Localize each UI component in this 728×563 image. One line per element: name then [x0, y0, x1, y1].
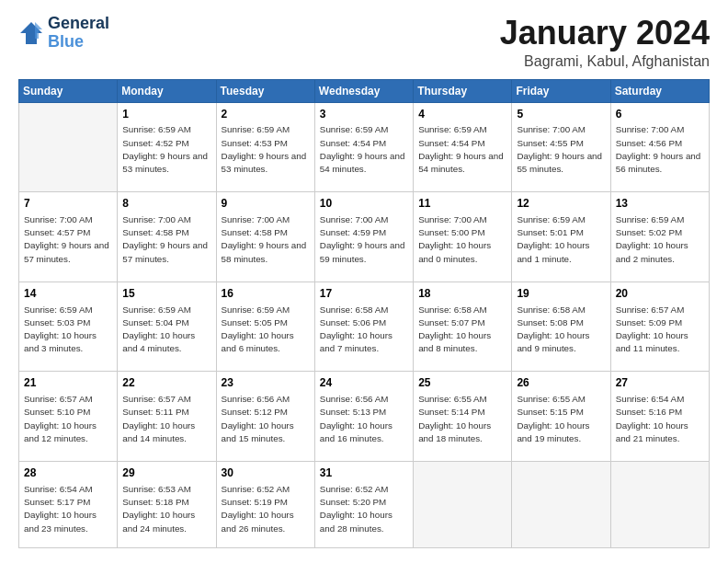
logo-icon — [18, 20, 44, 46]
day-info: Sunrise: 6:59 AM Sunset: 4:52 PM Dayligh… — [122, 123, 210, 176]
calendar-cell: 22Sunrise: 6:57 AM Sunset: 5:11 PM Dayli… — [118, 372, 216, 462]
calendar-cell: 30Sunrise: 6:52 AM Sunset: 5:19 PM Dayli… — [216, 462, 314, 548]
calendar-cell: 14Sunrise: 6:59 AM Sunset: 5:03 PM Dayli… — [19, 282, 118, 372]
day-number: 18 — [418, 286, 506, 302]
day-number: 4 — [418, 107, 506, 122]
day-number: 29 — [122, 465, 210, 481]
day-info: Sunrise: 6:58 AM Sunset: 5:06 PM Dayligh… — [320, 304, 408, 356]
calendar-cell: 7Sunrise: 7:00 AM Sunset: 4:57 PM Daylig… — [19, 192, 118, 282]
calendar-week-row: 28Sunrise: 6:54 AM Sunset: 5:17 PM Dayli… — [19, 462, 710, 548]
day-number: 31 — [320, 465, 408, 481]
calendar-cell: 28Sunrise: 6:54 AM Sunset: 5:17 PM Dayli… — [19, 462, 118, 548]
calendar-day-header: Sunday — [19, 79, 118, 102]
calendar-cell: 24Sunrise: 6:56 AM Sunset: 5:13 PM Dayli… — [314, 372, 413, 462]
page: General Blue January 2024 Bagrami, Kabul… — [0, 0, 728, 563]
day-number: 16 — [222, 286, 310, 302]
day-info: Sunrise: 7:00 AM Sunset: 5:00 PM Dayligh… — [418, 213, 506, 266]
day-info: Sunrise: 6:59 AM Sunset: 5:03 PM Dayligh… — [24, 304, 112, 356]
day-number: 26 — [517, 375, 605, 391]
calendar-cell: 19Sunrise: 6:58 AM Sunset: 5:08 PM Dayli… — [512, 282, 610, 372]
logo-text: General Blue — [48, 15, 109, 52]
day-info: Sunrise: 6:52 AM Sunset: 5:20 PM Dayligh… — [320, 483, 408, 535]
logo: General Blue — [18, 15, 109, 52]
calendar-week-row: 7Sunrise: 7:00 AM Sunset: 4:57 PM Daylig… — [19, 192, 710, 282]
day-info: Sunrise: 7:00 AM Sunset: 4:58 PM Dayligh… — [122, 213, 210, 266]
day-info: Sunrise: 7:00 AM Sunset: 4:56 PM Dayligh… — [616, 123, 704, 176]
day-info: Sunrise: 6:58 AM Sunset: 5:08 PM Dayligh… — [517, 304, 605, 356]
calendar-week-row: 21Sunrise: 6:57 AM Sunset: 5:10 PM Dayli… — [19, 372, 710, 462]
day-info: Sunrise: 7:00 AM Sunset: 4:59 PM Dayligh… — [320, 213, 408, 266]
calendar-day-header: Monday — [118, 79, 216, 102]
calendar-cell: 1Sunrise: 6:59 AM Sunset: 4:52 PM Daylig… — [118, 102, 216, 192]
day-info: Sunrise: 6:59 AM Sunset: 5:04 PM Dayligh… — [122, 304, 210, 356]
calendar-cell: 2Sunrise: 6:59 AM Sunset: 4:53 PM Daylig… — [216, 102, 314, 192]
calendar-cell: 9Sunrise: 7:00 AM Sunset: 4:58 PM Daylig… — [216, 192, 314, 282]
day-number: 9 — [222, 196, 310, 212]
calendar-cell — [414, 462, 512, 548]
day-number: 23 — [222, 375, 310, 391]
calendar-cell: 11Sunrise: 7:00 AM Sunset: 5:00 PM Dayli… — [414, 192, 512, 282]
day-number: 8 — [122, 196, 210, 212]
calendar-cell: 4Sunrise: 6:59 AM Sunset: 4:54 PM Daylig… — [414, 102, 512, 192]
day-number: 10 — [320, 196, 408, 212]
calendar-day-header: Thursday — [414, 79, 512, 102]
day-info: Sunrise: 7:00 AM Sunset: 4:57 PM Dayligh… — [24, 213, 112, 266]
day-number: 21 — [24, 375, 112, 391]
subtitle: Bagrami, Kabul, Afghanistan — [500, 53, 710, 70]
calendar-cell: 10Sunrise: 7:00 AM Sunset: 4:59 PM Dayli… — [314, 192, 413, 282]
day-number: 22 — [122, 375, 210, 391]
calendar-cell: 15Sunrise: 6:59 AM Sunset: 5:04 PM Dayli… — [118, 282, 216, 372]
day-number: 2 — [222, 107, 310, 122]
calendar-day-header: Friday — [512, 79, 610, 102]
day-number: 12 — [517, 196, 605, 212]
calendar-cell: 5Sunrise: 7:00 AM Sunset: 4:55 PM Daylig… — [512, 102, 610, 192]
day-info: Sunrise: 7:00 AM Sunset: 4:55 PM Dayligh… — [517, 123, 605, 176]
day-info: Sunrise: 6:55 AM Sunset: 5:14 PM Dayligh… — [418, 393, 506, 445]
calendar-cell: 17Sunrise: 6:58 AM Sunset: 5:06 PM Dayli… — [314, 282, 413, 372]
day-info: Sunrise: 6:57 AM Sunset: 5:09 PM Dayligh… — [616, 304, 704, 356]
calendar-cell: 6Sunrise: 7:00 AM Sunset: 4:56 PM Daylig… — [610, 102, 709, 192]
day-info: Sunrise: 6:57 AM Sunset: 5:11 PM Dayligh… — [122, 393, 210, 445]
calendar-cell: 23Sunrise: 6:56 AM Sunset: 5:12 PM Dayli… — [216, 372, 314, 462]
main-title: January 2024 — [500, 15, 710, 52]
day-info: Sunrise: 6:59 AM Sunset: 4:54 PM Dayligh… — [320, 123, 408, 176]
svg-marker-0 — [20, 22, 42, 44]
calendar-cell: 13Sunrise: 6:59 AM Sunset: 5:02 PM Dayli… — [610, 192, 709, 282]
day-info: Sunrise: 6:54 AM Sunset: 5:17 PM Dayligh… — [24, 483, 112, 535]
calendar-week-row: 1Sunrise: 6:59 AM Sunset: 4:52 PM Daylig… — [19, 102, 710, 192]
day-info: Sunrise: 6:56 AM Sunset: 5:13 PM Dayligh… — [320, 393, 408, 445]
day-info: Sunrise: 6:59 AM Sunset: 4:54 PM Dayligh… — [418, 123, 506, 176]
day-info: Sunrise: 6:53 AM Sunset: 5:18 PM Dayligh… — [122, 483, 210, 535]
day-info: Sunrise: 6:54 AM Sunset: 5:16 PM Dayligh… — [616, 393, 704, 445]
day-info: Sunrise: 6:57 AM Sunset: 5:10 PM Dayligh… — [24, 393, 112, 445]
day-number: 11 — [418, 196, 506, 212]
day-number: 17 — [320, 286, 408, 302]
calendar-cell — [512, 462, 610, 548]
day-info: Sunrise: 6:59 AM Sunset: 5:05 PM Dayligh… — [222, 304, 310, 356]
day-number: 6 — [616, 107, 704, 122]
day-number: 13 — [616, 196, 704, 212]
calendar-cell — [610, 462, 709, 548]
day-info: Sunrise: 6:59 AM Sunset: 5:02 PM Dayligh… — [616, 213, 704, 266]
calendar-week-row: 14Sunrise: 6:59 AM Sunset: 5:03 PM Dayli… — [19, 282, 710, 372]
day-number: 20 — [616, 286, 704, 302]
day-number: 24 — [320, 375, 408, 391]
calendar-cell: 18Sunrise: 6:58 AM Sunset: 5:07 PM Dayli… — [414, 282, 512, 372]
day-number: 3 — [320, 107, 408, 122]
calendar-cell: 29Sunrise: 6:53 AM Sunset: 5:18 PM Dayli… — [118, 462, 216, 548]
calendar-cell: 16Sunrise: 6:59 AM Sunset: 5:05 PM Dayli… — [216, 282, 314, 372]
day-info: Sunrise: 6:52 AM Sunset: 5:19 PM Dayligh… — [222, 483, 310, 535]
day-number: 19 — [517, 286, 605, 302]
calendar-cell: 3Sunrise: 6:59 AM Sunset: 4:54 PM Daylig… — [314, 102, 413, 192]
calendar-day-header: Wednesday — [314, 79, 413, 102]
title-block: January 2024 Bagrami, Kabul, Afghanistan — [500, 15, 710, 70]
day-number: 7 — [24, 196, 112, 212]
day-number: 28 — [24, 465, 112, 481]
day-info: Sunrise: 7:00 AM Sunset: 4:58 PM Dayligh… — [222, 213, 310, 266]
calendar-cell: 21Sunrise: 6:57 AM Sunset: 5:10 PM Dayli… — [19, 372, 118, 462]
day-info: Sunrise: 6:59 AM Sunset: 4:53 PM Dayligh… — [222, 123, 310, 176]
calendar-table: SundayMondayTuesdayWednesdayThursdayFrid… — [18, 79, 710, 548]
day-info: Sunrise: 6:59 AM Sunset: 5:01 PM Dayligh… — [517, 213, 605, 266]
day-number: 30 — [222, 465, 310, 481]
day-number: 15 — [122, 286, 210, 302]
